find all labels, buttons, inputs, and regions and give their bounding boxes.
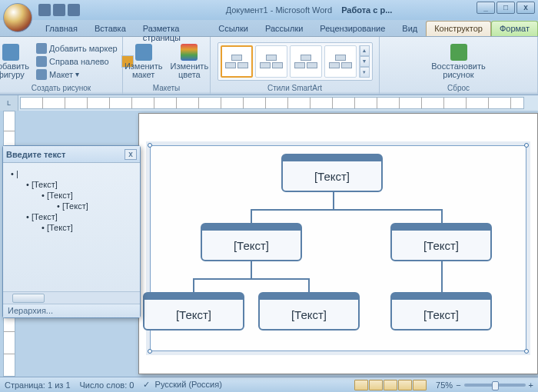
status-page[interactable]: Страница: 1 из 1 xyxy=(5,380,71,390)
tab-view[interactable]: Вид xyxy=(394,21,426,36)
style-thumb[interactable] xyxy=(290,45,322,78)
style-thumb[interactable] xyxy=(221,45,253,78)
window-title: Документ1 - Microsoft Word Работа с р... xyxy=(80,5,538,15)
tab-layout[interactable]: Разметка страницы xyxy=(134,21,210,36)
ruler-horizontal-area: L xyxy=(0,95,538,111)
bullet-icon xyxy=(36,43,47,54)
ribbon: Добавить фигуру Добавить маркер Справа н… xyxy=(0,37,538,95)
tab-insert[interactable]: Вставка xyxy=(86,21,134,36)
status-lang[interactable]: ✓ Русский (Россия) xyxy=(143,380,221,390)
change-layout-button[interactable]: Изменить макет xyxy=(121,42,166,81)
minimize-button[interactable]: _ xyxy=(477,2,495,14)
style-gallery[interactable]: ▲▼▾ xyxy=(218,42,373,81)
text-pane-title: Введите текст xyxy=(6,150,65,159)
text-pane-body[interactable]: • | • [Текст] • [Текст] • [Текст] • [Тек… xyxy=(3,163,140,291)
tab-review[interactable]: Рецензирование xyxy=(311,21,394,36)
change-colors-icon xyxy=(181,44,198,61)
resize-handle[interactable] xyxy=(148,349,152,354)
resize-handle[interactable] xyxy=(148,143,152,148)
add-bullet-button[interactable]: Добавить маркер xyxy=(34,42,120,55)
horizontal-ruler[interactable] xyxy=(20,97,524,109)
smartart-node[interactable]: [Текст] xyxy=(390,223,492,261)
tab-mailings[interactable]: Рассылки xyxy=(257,21,311,36)
group-label: Создать рисунок xyxy=(3,84,119,95)
resize-handle[interactable] xyxy=(524,143,529,148)
view-buttons xyxy=(354,380,427,390)
smartart-node[interactable]: [Текст] xyxy=(143,292,244,331)
layout-button[interactable]: Макет ▾ xyxy=(34,68,120,81)
resize-handle[interactable] xyxy=(524,349,529,354)
style-thumb[interactable] xyxy=(324,45,357,78)
save-icon[interactable] xyxy=(38,4,51,16)
view-print-layout[interactable] xyxy=(354,380,368,390)
change-layout-icon xyxy=(135,44,152,61)
status-words[interactable]: Число слов: 0 xyxy=(80,380,134,390)
view-web[interactable] xyxy=(384,380,397,390)
document-workspace: [Текст] [Текст] [Текст] [Текст] [Текст] … xyxy=(0,111,538,377)
status-bar: Страница: 1 из 1 Число слов: 0 ✓ Русский… xyxy=(0,377,538,392)
zoom-out-button[interactable]: − xyxy=(456,380,460,390)
zoom-control: 75% − + xyxy=(436,380,533,390)
view-draft[interactable] xyxy=(413,380,427,390)
redo-icon[interactable] xyxy=(68,4,80,16)
group-create-graphic: Добавить фигуру Добавить маркер Справа н… xyxy=(0,37,123,95)
smartart-canvas[interactable]: [Текст] [Текст] [Текст] [Текст] [Текст] … xyxy=(150,145,526,351)
layout-icon xyxy=(36,69,47,80)
close-button[interactable]: x xyxy=(516,2,535,14)
tab-design[interactable]: Конструктор xyxy=(426,21,491,36)
zoom-level[interactable]: 75% xyxy=(436,380,453,390)
text-pane-header[interactable]: Введите текст x xyxy=(3,146,140,163)
window-controls: _ □ x xyxy=(477,2,535,14)
smartart-node[interactable]: [Текст] xyxy=(201,223,302,261)
quick-access-toolbar xyxy=(38,4,80,16)
smartart-text-pane[interactable]: Введите текст x • | • [Текст] • [Текст] … xyxy=(2,145,141,318)
undo-icon[interactable] xyxy=(53,4,65,16)
group-reset: Восстановить рисунок Сброс xyxy=(380,37,538,95)
text-pane-footer: Иерархия... xyxy=(3,304,140,317)
group-layouts: Изменить макет Изменить цвета Макеты xyxy=(123,37,211,95)
ribbon-tabs: Главная Вставка Разметка страницы Ссылки… xyxy=(0,20,538,37)
text-pane-scrollbar[interactable] xyxy=(3,291,140,304)
smartart-node[interactable]: [Текст] xyxy=(281,154,383,192)
close-icon[interactable]: x xyxy=(125,149,137,160)
view-outline[interactable] xyxy=(398,380,412,390)
group-label: Сброс xyxy=(383,84,534,95)
tab-home[interactable]: Главная xyxy=(37,21,86,36)
zoom-slider[interactable] xyxy=(464,384,526,387)
gallery-scroll[interactable]: ▲▼▾ xyxy=(359,45,370,78)
rtl-icon xyxy=(36,56,47,67)
add-shape-icon xyxy=(2,44,19,61)
style-thumb[interactable] xyxy=(255,45,287,78)
group-smartart-styles: ▲▼▾ Стили SmartArt xyxy=(211,37,380,95)
reset-graphic-button[interactable]: Восстановить рисунок xyxy=(428,42,488,81)
tab-format[interactable]: Формат xyxy=(491,21,538,36)
office-button[interactable] xyxy=(3,3,32,32)
rtl-button[interactable]: Справа налево xyxy=(34,55,120,68)
view-full-screen[interactable] xyxy=(369,380,383,390)
maximize-button[interactable]: □ xyxy=(496,2,515,14)
smartart-node[interactable]: [Текст] xyxy=(390,292,492,331)
zoom-in-button[interactable]: + xyxy=(529,380,533,390)
group-label: Макеты xyxy=(126,84,207,95)
add-shape-button[interactable]: Добавить фигуру xyxy=(0,42,32,81)
title-bar: Документ1 - Microsoft Word Работа с р...… xyxy=(0,0,538,20)
change-colors-button[interactable]: Изменить цвета xyxy=(168,42,212,81)
tab-references[interactable]: Ссылки xyxy=(210,21,257,36)
ruler-corner[interactable]: L xyxy=(0,95,18,111)
group-label: Стили SmartArt xyxy=(214,84,376,95)
reset-icon xyxy=(450,44,467,61)
smartart-node[interactable]: [Текст] xyxy=(258,292,360,331)
